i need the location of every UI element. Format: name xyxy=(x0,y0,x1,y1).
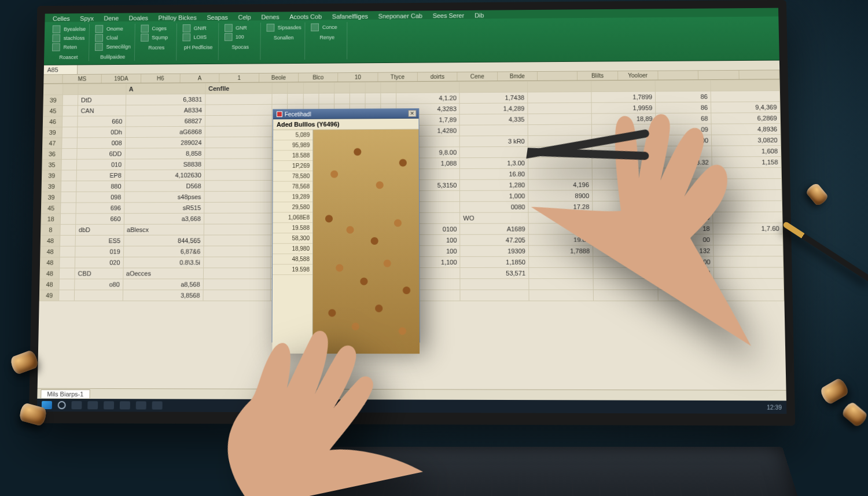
cell[interactable] xyxy=(288,93,303,104)
cell[interactable]: 289024 xyxy=(125,137,205,148)
popup-titlebar[interactable]: Fecetihadl ✕ xyxy=(273,109,418,119)
header-cell[interactable] xyxy=(334,82,350,93)
cell[interactable]: 68827 xyxy=(125,116,205,127)
cell[interactable] xyxy=(319,93,334,104)
cell[interactable]: 3,8568 xyxy=(123,290,203,301)
search-icon[interactable] xyxy=(58,401,66,409)
cell[interactable] xyxy=(205,148,272,159)
column-header-cell[interactable] xyxy=(698,71,739,79)
ribbon-button[interactable] xyxy=(311,23,319,31)
cell[interactable]: 020 xyxy=(75,257,123,268)
header-cell[interactable]: Cenflle xyxy=(205,83,273,94)
cell[interactable]: 019 xyxy=(75,246,123,257)
cell[interactable] xyxy=(62,105,78,116)
cell[interactable] xyxy=(74,290,123,301)
cell[interactable]: 6,3831 xyxy=(126,94,205,105)
cell[interactable]: 3 kR0 xyxy=(460,135,528,146)
column-header-cell[interactable]: Ttyce xyxy=(378,72,418,81)
cell[interactable] xyxy=(460,146,528,157)
row-header[interactable]: 48 xyxy=(40,268,60,279)
cell[interactable] xyxy=(303,93,319,104)
cell[interactable]: aBlescx xyxy=(124,224,204,235)
popup-list-item[interactable]: 18,980 xyxy=(273,244,312,254)
cell[interactable]: 0080 xyxy=(460,201,528,212)
column-header-cell[interactable]: Beole xyxy=(259,74,299,82)
cell[interactable] xyxy=(203,268,271,279)
cell[interactable] xyxy=(205,94,273,105)
column-header-cell[interactable]: MS xyxy=(62,75,102,83)
ribbon-button[interactable] xyxy=(95,43,103,51)
ribbon-tab[interactable]: Spyx xyxy=(80,15,94,22)
header-cell[interactable] xyxy=(288,83,303,94)
ribbon-button[interactable] xyxy=(225,24,233,32)
cell[interactable] xyxy=(205,104,272,115)
popup-list-item[interactable]: 1P,269 xyxy=(273,161,313,171)
cell[interactable] xyxy=(365,93,381,104)
header-cell[interactable] xyxy=(711,80,779,91)
cell[interactable] xyxy=(459,125,528,136)
cell[interactable] xyxy=(204,213,271,224)
cell[interactable]: CBD xyxy=(75,268,123,279)
ribbon-tab[interactable]: Safanelfliges xyxy=(332,13,368,20)
cell[interactable]: DtD xyxy=(78,94,126,105)
cell[interactable] xyxy=(203,279,271,290)
cell[interactable] xyxy=(350,93,365,104)
header-cell[interactable]: A xyxy=(126,83,205,94)
popup-list-item[interactable]: 1,068E8 xyxy=(273,212,312,223)
ribbon-button[interactable] xyxy=(266,24,274,32)
cell[interactable] xyxy=(62,138,78,149)
ribbon-tab[interactable]: Sneponaer Cab xyxy=(378,12,422,19)
cell[interactable] xyxy=(61,203,76,214)
row-header[interactable]: 48 xyxy=(40,279,60,290)
cell[interactable]: 4,335 xyxy=(459,114,528,125)
cell[interactable]: 6DD xyxy=(77,148,125,159)
cell[interactable] xyxy=(60,257,75,268)
cell[interactable] xyxy=(61,170,77,181)
row-header[interactable]: 8 xyxy=(41,225,61,236)
cell[interactable]: CAN xyxy=(78,105,126,116)
taskbar-app-icon[interactable] xyxy=(136,401,146,409)
header-cell[interactable] xyxy=(365,82,381,93)
cell[interactable]: 4,102630 xyxy=(124,170,204,181)
cell[interactable]: 1,7438 xyxy=(459,92,527,103)
cell[interactable] xyxy=(61,159,77,170)
cell[interactable]: 1,4,289 xyxy=(459,103,528,114)
formula-bar[interactable] xyxy=(78,64,779,71)
ribbon-tab[interactable]: Seapas xyxy=(207,14,228,21)
ribbon-tab[interactable]: Celles xyxy=(53,15,70,22)
cell[interactable]: dbD xyxy=(75,224,123,235)
ribbon-button[interactable] xyxy=(95,25,103,33)
cell[interactable]: 8,858 xyxy=(125,148,205,159)
ribbon-tab[interactable]: Dib xyxy=(475,12,484,19)
cell[interactable] xyxy=(381,93,396,104)
cell[interactable] xyxy=(61,192,76,203)
close-icon[interactable]: ✕ xyxy=(408,110,416,117)
cell[interactable] xyxy=(61,149,77,160)
cell[interactable] xyxy=(204,159,271,170)
row-header[interactable]: 39 xyxy=(43,127,62,138)
cell[interactable] xyxy=(204,191,271,202)
cell[interactable]: aG6868 xyxy=(125,126,205,137)
row-header[interactable]: 36 xyxy=(42,149,62,160)
popup-list-item[interactable]: 78,568 xyxy=(273,182,313,192)
ribbon-tab[interactable]: Doales xyxy=(129,14,149,21)
cell[interactable] xyxy=(59,268,75,279)
cell[interactable]: 010 xyxy=(77,159,125,170)
cell[interactable] xyxy=(334,93,350,104)
header-cell[interactable] xyxy=(319,82,334,93)
cell[interactable]: S8838 xyxy=(124,159,204,170)
cell[interactable]: ES5 xyxy=(75,235,123,246)
header-cell[interactable] xyxy=(381,82,396,93)
ribbon-tab[interactable]: Philloy Bickes xyxy=(158,14,196,21)
cell[interactable]: 844,565 xyxy=(123,235,204,246)
ribbon-button[interactable] xyxy=(141,34,149,42)
cell[interactable] xyxy=(204,224,271,235)
cell[interactable] xyxy=(204,246,271,257)
ribbon-button[interactable] xyxy=(52,43,60,52)
row-header[interactable]: 48 xyxy=(40,257,60,268)
column-header-cell[interactable] xyxy=(739,70,779,79)
ribbon-button[interactable] xyxy=(52,34,60,42)
cell[interactable] xyxy=(205,115,272,126)
row-header[interactable]: 39 xyxy=(42,170,61,181)
row-header[interactable]: 39 xyxy=(43,95,62,106)
